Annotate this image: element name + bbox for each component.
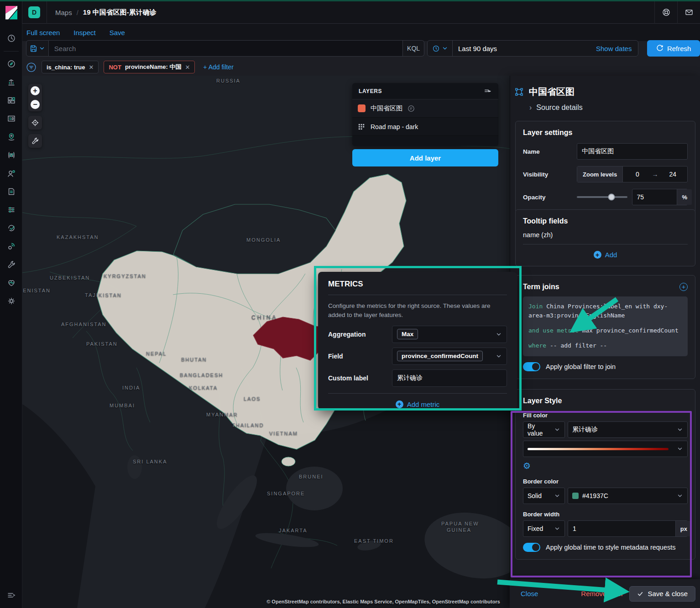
- custom-label-input[interactable]: 累计确诊: [392, 369, 507, 387]
- close-button[interactable]: Close: [521, 590, 538, 598]
- zoom-max-input[interactable]: 24: [658, 171, 687, 178]
- map-label: SINGAPORE: [267, 491, 305, 496]
- collapse-layers-icon[interactable]: [484, 87, 492, 95]
- tooltip-field-item[interactable]: name (zh): [523, 225, 688, 244]
- inspect-link[interactable]: Inspect: [73, 29, 95, 36]
- zoom-in-button[interactable]: +: [28, 84, 42, 98]
- sidebar-item-monitoring-icon[interactable]: [0, 274, 22, 292]
- sidebar-item-maps-icon[interactable]: [0, 128, 22, 146]
- kql-button[interactable]: KQL: [403, 40, 424, 57]
- grid-icon: [358, 123, 366, 130]
- apply-global-filter-toggle[interactable]: [523, 362, 540, 371]
- slider-thumb[interactable]: [608, 194, 615, 201]
- filter-pill-is-china[interactable]: is_china: true✕: [42, 61, 99, 73]
- map-label: AFGHANISTAN: [61, 322, 106, 327]
- query-bar: KQL Last 90 days Show dates Refresh: [26, 40, 700, 57]
- sidebar-item-dashboard-icon[interactable]: [0, 91, 22, 109]
- breadcrumb: Maps / 19 中国省区图-累计确诊: [47, 8, 157, 17]
- fill-mode-select[interactable]: By value: [523, 421, 565, 438]
- remove-layer-button[interactable]: Remove layer: [581, 590, 623, 598]
- search-input[interactable]: [54, 45, 397, 52]
- save-and-close-button[interactable]: Save & close: [629, 586, 695, 602]
- sidebar-item-apm-icon[interactable]: [0, 237, 22, 255]
- map-label: MUMBAI: [110, 403, 135, 408]
- border-width-mode-select[interactable]: Fixed: [523, 520, 565, 537]
- source-details-accordion[interactable]: › Source details: [510, 98, 700, 112]
- add-join-icon[interactable]: +: [679, 283, 688, 291]
- time-range-value[interactable]: Last 90 days: [453, 45, 497, 52]
- save-link[interactable]: Save: [110, 29, 125, 36]
- layer-row-roadmap[interactable]: Road map - dark: [352, 118, 498, 136]
- filter-menu-icon[interactable]: [26, 62, 37, 73]
- sidebar-item-canvas-icon[interactable]: [0, 109, 22, 128]
- add-tooltip-field-link[interactable]: + Add: [523, 251, 688, 259]
- layer-details-icon[interactable]: [407, 105, 415, 112]
- fill-field-select[interactable]: 累计确诊: [568, 421, 688, 438]
- zoom-min-input[interactable]: 0: [623, 171, 652, 178]
- border-width-input[interactable]: 1 px: [568, 520, 688, 537]
- join-expression[interactable]: Join China Provinces:label_en with dxy-a…: [523, 296, 688, 356]
- border-mode-select[interactable]: Solid: [523, 488, 565, 504]
- sidebar-item-pipelines-icon[interactable]: [0, 201, 22, 219]
- term-joins-panel: Term joins + Join China Provinces:label_…: [515, 275, 695, 379]
- show-dates-link[interactable]: Show dates: [596, 45, 638, 52]
- map-label: UZBEKISTAN: [50, 275, 90, 281]
- filter-bar: is_china: true✕ NOTprovinceName: 中国✕ + A…: [26, 60, 234, 74]
- kibana-logo[interactable]: [0, 1, 22, 24]
- filter-pill-not-province[interactable]: NOTprovinceName: 中国✕: [104, 61, 195, 73]
- color-ramp: [528, 448, 669, 450]
- remove-filter-icon[interactable]: ✕: [89, 64, 94, 71]
- map-label: KAZAKHSTAN: [57, 234, 99, 240]
- field-select[interactable]: province_confirmedCount: [392, 348, 507, 365]
- color-ramp-select[interactable]: [523, 441, 688, 457]
- layer-settings-flyout: 中国省区图 › Source details Layer settings Na…: [510, 76, 700, 608]
- map-tools-button[interactable]: [28, 134, 42, 148]
- border-color-select[interactable]: #41937C: [568, 488, 688, 504]
- map-label: INDIA: [122, 385, 140, 390]
- feedback-mail-icon[interactable]: [677, 1, 700, 24]
- aggregation-select[interactable]: Max: [392, 326, 507, 343]
- deployment-badge[interactable]: D: [28, 6, 40, 18]
- sidebar-item-recent-icon[interactable]: [0, 29, 22, 47]
- sidebar-item-dev-tools-icon[interactable]: [0, 255, 22, 274]
- refresh-button[interactable]: Refresh: [647, 40, 700, 57]
- breadcrumb-maps[interactable]: Maps: [55, 9, 72, 16]
- opacity-slider[interactable]: [577, 189, 627, 205]
- sidebar-item-graph-icon[interactable]: [0, 164, 22, 182]
- saved-query-menu-button[interactable]: [26, 40, 49, 57]
- set-view-crosshair-button[interactable]: [28, 116, 42, 130]
- zoom-levels-control[interactable]: Zoom levels 0 → 24: [577, 166, 688, 182]
- sidebar-item-discover-icon[interactable]: [0, 55, 22, 73]
- opacity-input[interactable]: 75 %: [632, 189, 688, 205]
- collapse-nav-icon[interactable]: [0, 586, 22, 604]
- sidebar-item-management-icon[interactable]: [0, 292, 22, 310]
- sidebar-item-machine-learning-icon[interactable]: [0, 146, 22, 164]
- sidebar-item-logs-icon[interactable]: [0, 182, 22, 201]
- fullscreen-link[interactable]: Full screen: [26, 29, 60, 36]
- remove-filter-icon[interactable]: ✕: [185, 64, 190, 71]
- map-label: NEPAL: [146, 351, 167, 356]
- ramp-settings-gear-icon[interactable]: ⚙: [523, 461, 688, 471]
- layer-name-input[interactable]: 中国省区图: [577, 143, 688, 160]
- color-swatch: [572, 493, 579, 499]
- map-controls: + −: [28, 84, 42, 148]
- metrics-title: METRICS: [328, 272, 507, 295]
- check-icon: [637, 591, 643, 597]
- time-picker-quick-menu[interactable]: [428, 41, 453, 56]
- map-label: KOLKATA: [189, 385, 218, 390]
- add-layer-button[interactable]: Add layer: [352, 149, 498, 166]
- add-filter-link[interactable]: + Add filter: [203, 63, 234, 71]
- map-label: MENISTAN: [22, 288, 51, 293]
- time-picker: Last 90 days Show dates: [427, 40, 638, 57]
- layer-row-china[interactable]: 中国省区图: [352, 99, 498, 118]
- map-label: KYRGYZSTAN: [104, 273, 146, 279]
- zoom-out-button[interactable]: −: [28, 98, 42, 111]
- sidebar-item-visualize-icon[interactable]: [0, 73, 22, 91]
- map-label: MONGOLIA: [246, 237, 281, 243]
- help-icon[interactable]: [654, 1, 677, 24]
- map-label: GUINEA: [447, 527, 471, 533]
- page-title: 19 中国省区图-累计确诊: [83, 8, 157, 17]
- add-metric-link[interactable]: + Add metric: [328, 400, 507, 408]
- sidebar-item-uptime-icon[interactable]: [0, 219, 22, 237]
- apply-global-time-toggle[interactable]: [523, 543, 540, 552]
